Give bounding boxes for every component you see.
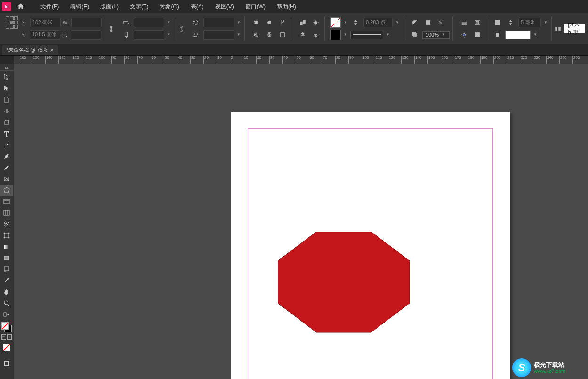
menu-edit[interactable]: 编辑(E) xyxy=(64,0,95,13)
view-mode-icon[interactable] xyxy=(0,358,13,369)
home-button[interactable] xyxy=(15,1,26,12)
menu-table[interactable]: 表(A) xyxy=(185,0,209,13)
menu-help[interactable]: 帮助(H) xyxy=(271,0,302,13)
gradient-swatch-tool[interactable] xyxy=(0,241,13,252)
scale-y-input[interactable] xyxy=(134,30,164,40)
dropdown-icon[interactable]: ▼ xyxy=(532,32,538,37)
gap-tool[interactable] xyxy=(0,105,13,117)
apply-none-icon[interactable] xyxy=(0,342,13,353)
dropdown-icon[interactable]: ▼ xyxy=(385,32,391,37)
fit-content-icon[interactable] xyxy=(492,30,503,40)
select-content-icon[interactable] xyxy=(310,17,322,28)
dropdown-icon[interactable]: ▼ xyxy=(236,32,242,37)
svg-rect-35 xyxy=(4,121,9,124)
rotate-input[interactable] xyxy=(203,18,234,27)
dropdown-icon[interactable]: ▼ xyxy=(343,20,348,24)
zoom-tool[interactable] xyxy=(0,298,13,309)
scale-y-icon[interactable] xyxy=(121,30,132,40)
direct-selection-tool[interactable] xyxy=(0,83,13,94)
menu-layout[interactable]: 版面(L) xyxy=(95,0,124,13)
menu-view[interactable]: 视图(V) xyxy=(209,0,240,13)
drop-shadow-icon[interactable] xyxy=(409,30,420,40)
pencil-tool[interactable] xyxy=(0,162,13,173)
fit-frame-icon[interactable] xyxy=(492,17,503,28)
gap-stepper[interactable] xyxy=(505,17,516,28)
eyedropper-tool[interactable] xyxy=(0,275,13,286)
corner-options-icon[interactable] xyxy=(409,17,420,28)
x-input[interactable] xyxy=(30,18,61,27)
canvas[interactable]: 极光下载站 www.xz7.com xyxy=(14,64,588,379)
menu-file[interactable]: 文件(F) xyxy=(35,0,64,13)
dropdown-icon[interactable]: ▼ xyxy=(166,20,172,24)
octagon-shape[interactable] xyxy=(278,232,410,333)
text-wrap-none-icon[interactable] xyxy=(459,17,470,28)
select-next-icon[interactable] xyxy=(310,30,322,40)
link-scale-icon[interactable] xyxy=(178,24,185,34)
fx-sun-icon[interactable] xyxy=(459,30,470,40)
gradient-feather-tool[interactable] xyxy=(0,252,13,264)
dropdown-icon[interactable]: ▼ xyxy=(166,32,172,37)
menu-window[interactable]: 窗口(W) xyxy=(240,0,271,13)
rotate-icon[interactable] xyxy=(190,17,201,28)
type-tool[interactable] xyxy=(0,128,13,139)
fill-swatch[interactable] xyxy=(330,17,341,28)
gap-input[interactable] xyxy=(518,18,541,27)
free-transform-tool[interactable] xyxy=(0,230,13,241)
flip-v-icon[interactable] xyxy=(264,30,275,40)
dropdown-icon[interactable]: ▼ xyxy=(543,20,548,24)
menu-type[interactable]: 文字(T) xyxy=(124,0,154,13)
quick-apply-icon[interactable] xyxy=(472,30,483,40)
rectangle-frame-tool[interactable] xyxy=(0,173,13,185)
stroke-weight-stepper[interactable] xyxy=(350,17,362,28)
horizontal-grid-tool[interactable] xyxy=(0,196,13,207)
reference-point-grid[interactable] xyxy=(6,16,18,29)
select-prev-icon[interactable] xyxy=(297,30,308,40)
transparency-icon[interactable] xyxy=(422,17,434,28)
constrain-proportions-icon[interactable] xyxy=(108,24,115,34)
stroke-style-select[interactable] xyxy=(350,31,383,39)
page-tool[interactable] xyxy=(0,94,13,105)
dropdown-icon[interactable]: ▼ xyxy=(343,32,348,37)
rotate-cw-icon[interactable] xyxy=(264,17,275,28)
scale-x-input[interactable] xyxy=(134,18,164,27)
note-tool[interactable] xyxy=(0,264,13,275)
shear-input[interactable] xyxy=(203,30,234,40)
opacity-input[interactable]: 100%▼ xyxy=(422,31,450,39)
dropdown-icon[interactable]: ▼ xyxy=(236,20,242,24)
select-container-icon[interactable] xyxy=(297,17,308,28)
flip-h-icon[interactable] xyxy=(250,30,262,40)
stroke-weight-input[interactable] xyxy=(363,18,393,27)
format-container-text[interactable]: ▭T xyxy=(0,334,14,340)
scale-x-icon[interactable] xyxy=(121,17,132,28)
align-panel-icon[interactable] xyxy=(555,24,562,34)
w-input[interactable] xyxy=(71,18,102,27)
close-icon[interactable]: × xyxy=(50,47,54,54)
fill-stroke-swatch[interactable] xyxy=(1,322,12,332)
rotate-ccw-icon[interactable] xyxy=(250,17,262,28)
watermark-icon xyxy=(512,358,531,377)
polygon-tool[interactable] xyxy=(0,185,13,196)
vertical-grid-tool[interactable] xyxy=(0,207,13,218)
content-collector-tool[interactable] xyxy=(0,117,13,128)
mode-label[interactable]: [基本图形 xyxy=(564,24,585,33)
style-swatch[interactable] xyxy=(505,31,531,39)
text-wrap-bound-icon[interactable] xyxy=(472,17,483,28)
clear-transform-icon[interactable] xyxy=(277,30,288,40)
paragraph-icon[interactable]: P xyxy=(277,17,288,28)
collapse-icon[interactable]: ▸▸ xyxy=(0,66,14,71)
dropdown-icon[interactable]: ▼ xyxy=(395,20,400,24)
effects-icon[interactable]: fx. xyxy=(435,17,447,28)
document-tab[interactable]: *未命名-2 @ 75% × xyxy=(2,45,58,55)
y-input[interactable] xyxy=(30,30,60,40)
selection-tool[interactable] xyxy=(0,72,13,83)
shear-icon[interactable] xyxy=(190,30,201,40)
horizontal-ruler[interactable]: 1701601501401301201101009080706050403020… xyxy=(14,56,588,64)
scissors-tool[interactable] xyxy=(0,218,13,230)
pen-tool[interactable] xyxy=(0,151,13,162)
hand-tool[interactable] xyxy=(0,286,13,298)
stroke-swatch[interactable] xyxy=(330,30,341,40)
menu-object[interactable]: 对象(O) xyxy=(154,0,185,13)
line-tool[interactable] xyxy=(0,139,13,151)
h-input[interactable] xyxy=(71,30,101,40)
toggle-tools-icon[interactable] xyxy=(0,309,13,320)
